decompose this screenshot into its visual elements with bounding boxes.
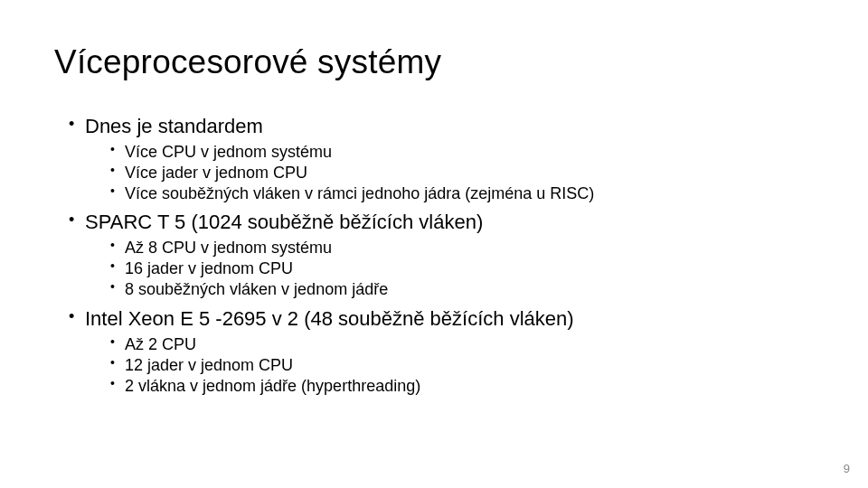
slide: Víceprocesorové systémy Dnes je standard… bbox=[0, 0, 868, 488]
bullet-text: Intel Xeon E 5 -2695 v 2 (48 souběžně bě… bbox=[85, 307, 574, 330]
bullet-text: Dnes je standardem bbox=[85, 115, 263, 137]
page-number: 9 bbox=[844, 462, 850, 475]
bullet-list-level2: Až 2 CPU 12 jader v jednom CPU 2 vlákna … bbox=[85, 334, 814, 397]
list-item: Více souběžných vláken v rámci jednoho j… bbox=[110, 183, 814, 204]
bullet-text: SPARC T 5 (1024 souběžně běžících vláken… bbox=[85, 211, 483, 233]
list-item: Více CPU v jednom systému bbox=[110, 142, 814, 163]
bullet-text: Více jader v jednom CPU bbox=[125, 164, 307, 182]
list-item: Intel Xeon E 5 -2695 v 2 (48 souběžně bě… bbox=[69, 306, 814, 397]
list-item: 16 jader v jednom CPU bbox=[110, 258, 814, 279]
list-item: 12 jader v jednom CPU bbox=[110, 355, 814, 376]
list-item: 8 souběžných vláken v jednom jádře bbox=[110, 279, 814, 300]
list-item: 2 vlákna v jednom jádře (hyperthreading) bbox=[110, 376, 814, 397]
bullet-text: 12 jader v jednom CPU bbox=[125, 356, 293, 374]
list-item: Více jader v jednom CPU bbox=[110, 163, 814, 183]
list-item: SPARC T 5 (1024 souběžně běžících vláken… bbox=[69, 210, 814, 300]
bullet-list-level1: Dnes je standardem Více CPU v jednom sys… bbox=[54, 114, 814, 397]
bullet-text: Více souběžných vláken v rámci jednoho j… bbox=[125, 184, 594, 202]
bullet-text: Více CPU v jednom systému bbox=[125, 143, 332, 161]
bullet-text: Až 8 CPU v jednom systému bbox=[125, 239, 332, 257]
slide-title: Víceprocesorové systémy bbox=[54, 43, 814, 81]
bullet-text: 2 vlákna v jednom jádře (hyperthreading) bbox=[125, 377, 420, 395]
bullet-list-level2: Více CPU v jednom systému Více jader v j… bbox=[85, 142, 814, 204]
bullet-text: 16 jader v jednom CPU bbox=[125, 259, 293, 277]
list-item: Dnes je standardem Více CPU v jednom sys… bbox=[69, 114, 814, 204]
list-item: Až 2 CPU bbox=[110, 334, 814, 355]
bullet-list-level2: Až 8 CPU v jednom systému 16 jader v jed… bbox=[85, 238, 814, 300]
bullet-text: 8 souběžných vláken v jednom jádře bbox=[125, 280, 388, 298]
bullet-text: Až 2 CPU bbox=[125, 335, 196, 353]
list-item: Až 8 CPU v jednom systému bbox=[110, 238, 814, 258]
slide-content: Dnes je standardem Více CPU v jednom sys… bbox=[54, 114, 814, 397]
